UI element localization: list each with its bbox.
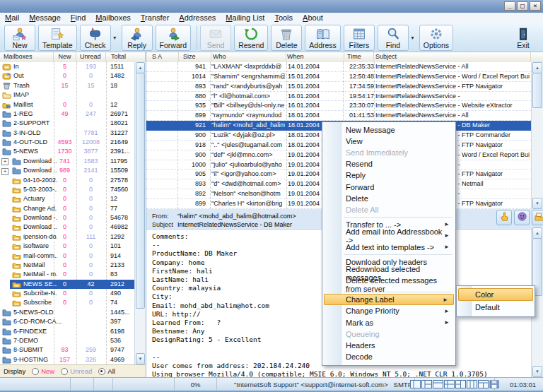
scrollbar-thumb[interactable]	[532, 73, 542, 108]
check-button[interactable]: Check	[80, 25, 111, 51]
template-button[interactable]: Template	[38, 25, 77, 51]
find-button[interactable]: Find	[378, 25, 409, 51]
submenu-item-default[interactable]: Default	[457, 301, 535, 314]
radio-button[interactable]	[98, 368, 105, 375]
mailbox-item-news-se[interactable]: NEWS SE...0422912	[0, 280, 134, 289]
menubar-item-transfer[interactable]: Transfer	[136, 13, 175, 23]
mailbox-item-change-ad[interactable]: Change Ad...0077	[0, 204, 134, 213]
mailbox-item-isoftware[interactable]: isoftware00101	[0, 242, 134, 251]
radio-button[interactable]	[61, 368, 68, 375]
mailbox-item-8-submit[interactable]: 8-SUBMIT832599747	[0, 345, 134, 355]
message-row[interactable]: 935"Bill" <billsey@dsl-only.ne16.01.2004…	[146, 101, 531, 111]
mailbox-item-6-findexe[interactable]: 6-FINDEXE6198	[0, 327, 134, 336]
resend-button[interactable]: Resend	[234, 25, 268, 51]
mailbox-item-out[interactable]: Out001482	[0, 71, 134, 81]
message-column-header-time[interactable]: Time	[344, 52, 374, 61]
layout-3-icon[interactable]	[433, 380, 443, 388]
context-menu-item-delete[interactable]: Delete	[322, 193, 455, 204]
message-column-header-when[interactable]: When	[286, 52, 344, 61]
new-button[interactable]: New	[4, 25, 35, 51]
mailbox-item-actuary[interactable]: Actuary0012	[0, 194, 134, 203]
message-row[interactable]: 893"rand" <randyburtis@yah15.01.200417:3…	[146, 82, 531, 92]
context-menu-item-add-email-into-addressbook[interactable]: Add email into Addressbook ->►	[322, 230, 455, 242]
context-menu-item-reply[interactable]: Reply	[322, 170, 455, 181]
forward-button[interactable]: Forward	[156, 25, 192, 51]
mailbox-button[interactable]	[532, 210, 543, 225]
menubar-item-find[interactable]: Find	[66, 13, 90, 23]
mailbox-item-2-support[interactable]: 2-SUPPORT18021	[0, 119, 134, 128]
expand-plus-icon[interactable]: +	[1, 158, 8, 165]
mailbox-item-in[interactable]: In51931511	[0, 62, 134, 71]
scroll-down-icon[interactable]: ▼	[532, 198, 542, 209]
display-option-new[interactable]: New	[32, 367, 54, 375]
menubar-item-message[interactable]: Message	[24, 13, 66, 23]
layout-2-icon[interactable]	[421, 380, 432, 388]
close-button[interactable]: ×	[530, 1, 541, 11]
mailbox-item-netmail-m[interactable]: NetMail - m...0083	[0, 270, 134, 279]
scroll-down-icon[interactable]: ▼	[136, 353, 145, 364]
mailbox-item-4-out-old[interactable]: 4-OUT-OLD45931200821649	[0, 138, 134, 147]
face-button[interactable]	[514, 210, 530, 225]
mailbox-item-1-reg[interactable]: 1-REG4924726971	[0, 109, 134, 119]
title-bar[interactable]: _□×	[0, 0, 543, 13]
mailbox-item-mail-comm[interactable]: mail-comm...00914	[0, 251, 134, 261]
submenu-item-color[interactable]: Color	[458, 288, 533, 301]
menubar-item-mailing-list[interactable]: Mailing List	[221, 13, 269, 23]
mailbox-item-subcribe-n[interactable]: Subcribe-N...00490	[0, 289, 134, 298]
mailboxes-column-header-toltal[interactable]: Toltal	[106, 52, 146, 61]
layout-5-icon[interactable]	[455, 380, 466, 388]
message-row[interactable]: 880"l" <ll@hotmail.com>16.01.200419:54:1…	[146, 92, 531, 102]
message-column-header-who[interactable]: Who	[211, 52, 286, 61]
scroll-up-icon[interactable]: ▲	[532, 227, 542, 239]
mailbox-item-download[interactable]: +Download ...989214115509	[0, 166, 134, 175]
radio-button[interactable]	[32, 368, 39, 375]
delete-button[interactable]: Delete	[271, 25, 302, 51]
message-column-header-subject[interactable]: Subject	[374, 52, 531, 61]
minimize-button[interactable]: _	[504, 1, 515, 11]
mailbox-item-ipension-do[interactable]: ipension-do...01111292	[0, 232, 134, 242]
mailbox-item-download[interactable]: +Download ...741158311795	[0, 157, 134, 166]
address-button[interactable]: Address	[305, 25, 341, 51]
mailbox-item-3-in-old[interactable]: 3-IN-OLD778131227	[0, 129, 134, 138]
context-menu-item-decode[interactable]: Decode	[322, 351, 455, 362]
mailboxes-column-header-mailboxes[interactable]: Mailboxes	[0, 52, 54, 61]
context-menu-item-resend[interactable]: Resend	[322, 158, 455, 170]
scroll-down-icon[interactable]: ▼	[532, 366, 542, 377]
display-option-all[interactable]: All	[98, 367, 115, 375]
filters-button[interactable]: Filters	[344, 25, 375, 51]
scroll-up-icon[interactable]: ▲	[532, 62, 542, 73]
hand-button[interactable]	[496, 210, 512, 225]
mailboxes-column-header-unread[interactable]: Unread	[76, 52, 106, 61]
check-dropdown-arrow-icon[interactable]: ▼	[111, 25, 119, 51]
context-menu-item-mark-as[interactable]: Mark as►	[322, 317, 455, 328]
options-button[interactable]: Options	[419, 25, 453, 51]
message-column-header-size[interactable]: Size	[179, 52, 211, 61]
mailbox-item-7-demo[interactable]: 7-DEMO536	[0, 336, 134, 345]
mailbox-item-9-hosting[interactable]: 9-HOSTING1573264969	[0, 355, 134, 364]
context-menu-item-delete-selected-messages-from-server[interactable]: Delete selected messages from server	[322, 279, 455, 290]
exit-button[interactable]: Exit	[509, 25, 537, 52]
mailbox-item-imap[interactable]: IMAP	[0, 90, 134, 100]
restore-button[interactable]: □	[517, 1, 528, 11]
menubar-item-addresses[interactable]: Addresses	[174, 13, 221, 23]
context-menu-item-headers[interactable]: Headers	[322, 340, 455, 351]
mailbox-item-6-cd-rom-ca[interactable]: 6-CD-ROM-CA...397	[0, 317, 134, 326]
context-menu-item-change-priority[interactable]: Change Priority►	[322, 305, 455, 316]
message-row[interactable]: 941"LAXMAN" <laxprddxb@14.01.200422:35:3…	[146, 62, 531, 72]
context-menu-item-add-text-into-templates[interactable]: Add text into templates ->►	[322, 242, 455, 253]
layout-4-icon[interactable]	[444, 380, 455, 388]
scroll-up-icon[interactable]: ▲	[136, 62, 145, 73]
context-menu-item-new-message[interactable]: New Message	[322, 124, 455, 136]
menubar-item-mail[interactable]: Mail	[0, 13, 24, 23]
mailbox-item-5-news-old[interactable]: 5-NEWS-OLD1445...	[0, 308, 134, 317]
menubar-item-tools[interactable]: Tools	[269, 13, 298, 23]
mailboxes-scrollbar[interactable]: ▲ ▼	[134, 62, 146, 364]
menubar-item-about[interactable]: About	[298, 13, 328, 23]
mailbox-item-04-10-2002[interactable]: 04-10-2002...0027578	[0, 176, 134, 185]
menubar-item-mailboxes[interactable]: Mailboxes	[90, 13, 136, 23]
scrollbar-thumb[interactable]	[136, 73, 145, 309]
message-column-header-s-a[interactable]: S A	[146, 52, 179, 61]
message-list-scrollbar[interactable]: ▲ ▼	[531, 62, 543, 209]
message-row[interactable]: 899"raymundo" <raymundod18.01.200401:41:…	[146, 111, 531, 121]
message-row[interactable]: 1014"Shamim" <engrshamim@15.01.200412:50…	[146, 72, 531, 82]
